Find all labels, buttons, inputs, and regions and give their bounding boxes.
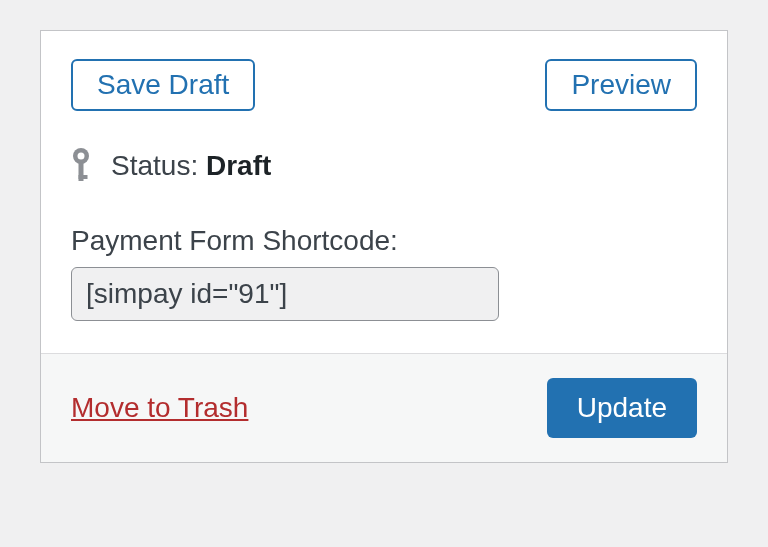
svg-point-1 (78, 153, 85, 160)
status-label: Status: (111, 150, 206, 181)
status-value: Draft (206, 150, 271, 181)
status-text-container: Status: Draft (111, 150, 271, 182)
key-icon (71, 147, 91, 185)
publish-top-section: Save Draft Preview Status: Draft Payment… (41, 31, 727, 353)
preview-button[interactable]: Preview (545, 59, 697, 111)
shortcode-label: Payment Form Shortcode: (71, 225, 697, 257)
svg-rect-3 (79, 175, 88, 179)
draft-preview-row: Save Draft Preview (71, 59, 697, 111)
publish-bottom-section: Move to Trash Update (41, 353, 727, 462)
update-button[interactable]: Update (547, 378, 697, 438)
save-draft-button[interactable]: Save Draft (71, 59, 255, 111)
publish-meta-box: Save Draft Preview Status: Draft Payment… (40, 30, 728, 463)
move-to-trash-link[interactable]: Move to Trash (71, 392, 248, 424)
shortcode-input[interactable] (71, 267, 499, 321)
status-row: Status: Draft (71, 147, 697, 185)
